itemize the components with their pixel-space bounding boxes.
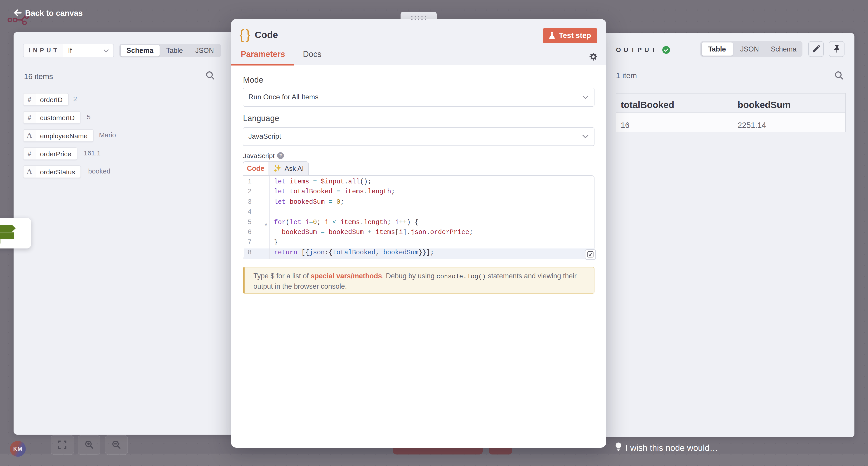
- svg-text:?: ?: [279, 153, 282, 158]
